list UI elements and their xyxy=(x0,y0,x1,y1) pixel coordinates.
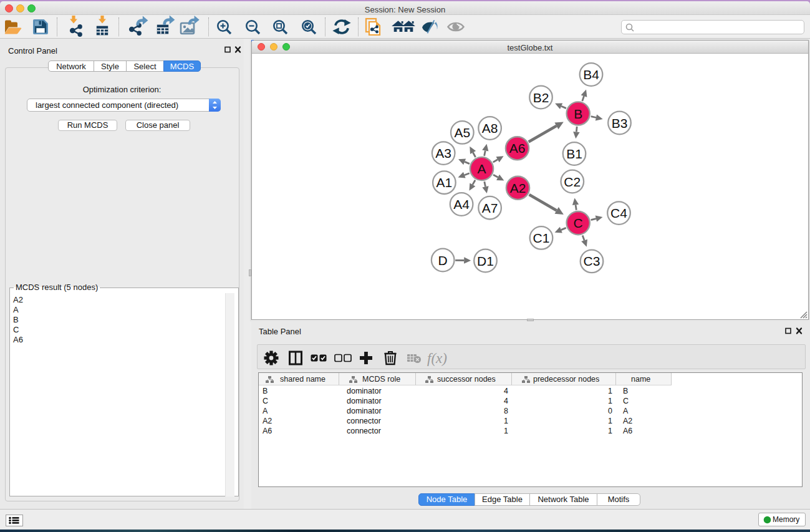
svg-text:B: B xyxy=(574,107,582,121)
svg-text:A2: A2 xyxy=(510,181,526,195)
svg-text:D1: D1 xyxy=(477,254,494,268)
svg-text:D: D xyxy=(438,253,448,268)
svg-text:A8: A8 xyxy=(482,121,498,135)
svg-text:A5: A5 xyxy=(454,125,470,140)
svg-text:A7: A7 xyxy=(482,201,498,215)
svg-text:A6: A6 xyxy=(509,141,526,155)
svg-text:C1: C1 xyxy=(533,231,550,245)
svg-text:C3: C3 xyxy=(584,254,600,268)
svg-text:A1: A1 xyxy=(436,175,453,190)
svg-text:B2: B2 xyxy=(533,90,549,105)
svg-text:B4: B4 xyxy=(583,67,599,82)
svg-text:B3: B3 xyxy=(612,116,628,130)
svg-text:C2: C2 xyxy=(564,175,581,189)
svg-text:f(x): f(x) xyxy=(427,351,447,366)
svg-text:B1: B1 xyxy=(566,147,582,161)
svg-text:C4: C4 xyxy=(610,206,627,220)
svg-text:A4: A4 xyxy=(453,197,470,211)
svg-text:C: C xyxy=(574,216,583,230)
svg-text:A: A xyxy=(477,162,486,176)
svg-text:A3: A3 xyxy=(435,146,451,160)
